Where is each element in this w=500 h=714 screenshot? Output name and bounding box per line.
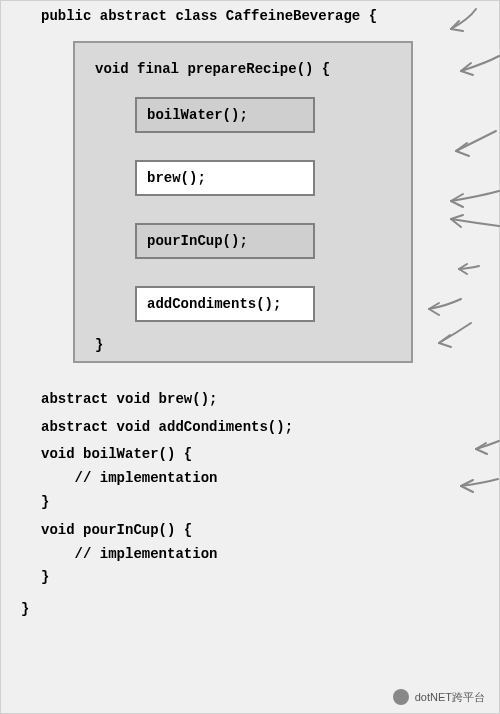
template-method-block: void final prepareRecipe() { boilWater()… — [73, 41, 413, 363]
footer-logo-icon — [393, 689, 409, 705]
step-brew: brew(); — [135, 160, 315, 196]
boilwater-impl-comment: // implementation — [9, 467, 491, 491]
pourincup-signature: void pourInCup() { — [9, 519, 491, 543]
step-pourincup: pourInCup(); — [135, 223, 315, 259]
boilwater-signature: void boilWater() { — [9, 443, 491, 467]
boilwater-close: } — [9, 491, 491, 515]
pourincup-close: } — [9, 566, 491, 590]
step-boilwater: boilWater(); — [135, 97, 315, 133]
step-addcondiments: addCondiments(); — [135, 286, 315, 322]
abstract-brew: abstract void brew(); — [9, 388, 491, 412]
pourincup-impl-comment: // implementation — [9, 543, 491, 567]
prepare-recipe-signature: void final prepareRecipe() { — [95, 61, 391, 77]
class-close-brace: } — [9, 598, 491, 622]
footer-watermark: dotNET跨平台 — [393, 689, 485, 705]
footer-text: dotNET跨平台 — [415, 690, 485, 705]
class-declaration: public abstract class CaffeineBeverage { — [9, 5, 491, 29]
block-close-brace: } — [95, 337, 391, 353]
abstract-addcondiments: abstract void addCondiments(); — [9, 416, 491, 440]
